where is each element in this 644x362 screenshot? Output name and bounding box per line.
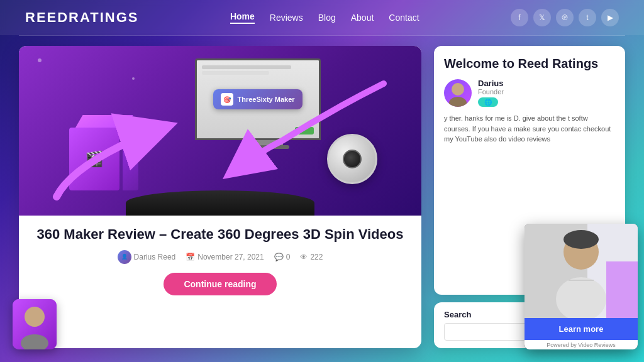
- box-side: [123, 128, 138, 190]
- tumblr-icon[interactable]: t: [579, 9, 596, 26]
- youtube-icon[interactable]: ▶: [601, 9, 619, 26]
- nav-blog[interactable]: Blog: [318, 13, 336, 23]
- stage-platform: [126, 190, 314, 216]
- author-info: Darius Founder 🌐: [478, 79, 504, 107]
- comment-count: 0: [286, 253, 291, 261]
- site-logo[interactable]: ReedRatings: [25, 9, 139, 26]
- meta-author: 👤 Darius Reed: [118, 250, 176, 264]
- monitor-stand: [245, 140, 283, 145]
- video-powered-by: Powered by Video Reviews: [525, 340, 638, 349]
- meta-comments: 💬 0: [274, 253, 291, 261]
- welcome-description: y ther. hanks for me is D. give about th…: [444, 113, 615, 145]
- video-person: [525, 224, 638, 318]
- author-avatar-svg: [444, 79, 472, 107]
- author-avatar: [444, 79, 472, 107]
- nav-contact[interactable]: Contact: [389, 13, 419, 23]
- video-person-svg: [525, 224, 638, 318]
- camera-sphere: [327, 134, 377, 184]
- article-image: 🎯 ThreeSixty Maker 🎬: [19, 46, 421, 216]
- video-overlay: Learn more Powered by Video Reviews: [525, 224, 638, 349]
- monitor-base: [239, 145, 289, 149]
- twitter-icon[interactable]: 𝕏: [533, 9, 551, 26]
- main-nav: Home Reviews Blog About Contact: [230, 11, 419, 24]
- video-content: [525, 224, 638, 318]
- box-icon: 🎬: [85, 150, 104, 168]
- monitor-screen: 🎯 ThreeSixty Maker: [195, 58, 321, 140]
- pinterest-icon[interactable]: ℗: [556, 9, 574, 26]
- calendar-icon: 📅: [186, 253, 195, 261]
- nav-reviews[interactable]: Reviews: [270, 13, 303, 23]
- article-title: 360 Maker Review – Create 360 Degrees 3D…: [31, 226, 409, 244]
- article-date: November 27, 2021: [197, 253, 264, 261]
- corner-avatar: [13, 299, 57, 349]
- article-content: 360 Maker Review – Create 360 Degrees 3D…: [19, 216, 421, 303]
- nav-about[interactable]: About: [351, 13, 374, 23]
- social-icons-group: f 𝕏 ℗ t ▶: [511, 9, 619, 26]
- view-count: 222: [310, 253, 323, 261]
- svg-point-1: [449, 97, 467, 107]
- continue-reading-button[interactable]: Continue reading: [164, 273, 276, 295]
- article-meta: 👤 Darius Reed 📅 November 27, 2021 💬 0 👁 …: [31, 250, 409, 264]
- box-top: [75, 115, 133, 128]
- author-display-name: Darius: [478, 79, 504, 88]
- author-role: Founder: [478, 88, 504, 96]
- comment-icon: 💬: [274, 253, 284, 261]
- product-box: 🎬: [69, 115, 138, 190]
- author-social-btn[interactable]: 🌐: [478, 97, 498, 107]
- author-row: Darius Founder 🌐: [444, 79, 615, 107]
- views-icon: 👁: [300, 253, 308, 261]
- author-avatar-small: 👤: [118, 250, 131, 264]
- app-badge: 🎯 ThreeSixty Maker: [213, 89, 302, 109]
- article-card: 🎯 ThreeSixty Maker 🎬: [19, 46, 421, 348]
- svg-rect-11: [606, 261, 638, 318]
- monitor-mockup: 🎯 ThreeSixty Maker: [195, 58, 333, 159]
- learn-more-button[interactable]: Learn more: [525, 318, 638, 340]
- svg-point-0: [452, 83, 464, 96]
- svg-point-3: [25, 307, 45, 327]
- author-name: Darius Reed: [134, 253, 176, 261]
- app-badge-name: ThreeSixty Maker: [237, 96, 294, 103]
- meta-date: 📅 November 27, 2021: [186, 253, 264, 261]
- facebook-icon[interactable]: f: [511, 9, 528, 26]
- nav-home[interactable]: Home: [230, 11, 255, 24]
- svg-point-8: [564, 230, 599, 249]
- meta-views: 👁 222: [300, 253, 323, 261]
- app-badge-icon: 🎯: [221, 93, 233, 106]
- header: ReedRatings Home Reviews Blog About Cont…: [0, 0, 644, 35]
- corner-avatar-svg: [13, 299, 57, 349]
- camera-lens: [343, 150, 362, 168]
- box-front: 🎬: [69, 128, 119, 190]
- welcome-title: Welcome to Reed Ratings: [444, 56, 615, 71]
